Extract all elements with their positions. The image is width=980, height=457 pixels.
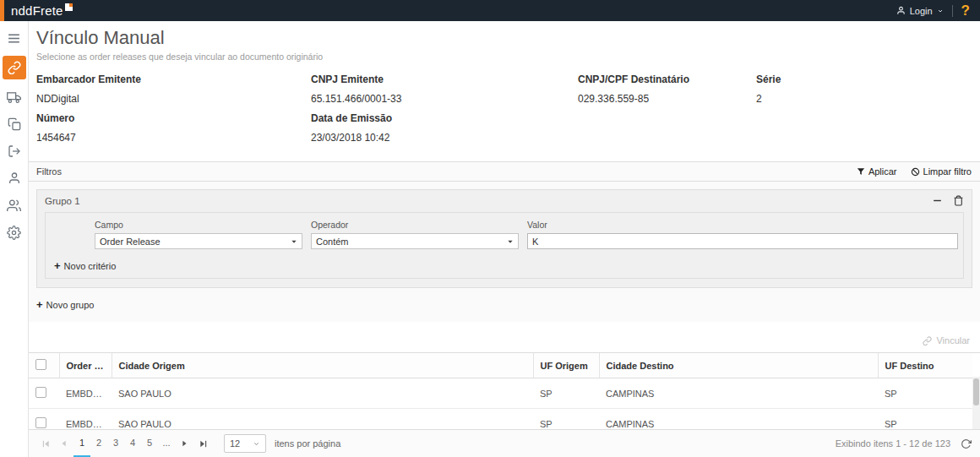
refresh-icon[interactable]: [961, 438, 972, 449]
cell-uf-destino: SP: [878, 409, 972, 430]
previous-page-button[interactable]: [55, 430, 74, 457]
last-page-button[interactable]: [193, 430, 212, 457]
page-title: Vínculo Manual: [36, 27, 972, 49]
app-logo: nddFrete: [11, 2, 73, 20]
plus-icon: +: [54, 260, 61, 271]
cell-order-release: EMBDEV.K...: [59, 409, 112, 430]
info-value-embarcador: NDDigital: [36, 93, 308, 105]
ban-icon: [911, 167, 920, 177]
page-button-5[interactable]: 5: [141, 430, 158, 457]
collapse-group-icon[interactable]: [932, 195, 943, 206]
topbar: nddFrete Login ?: [0, 0, 980, 21]
page-size-select[interactable]: 12: [224, 434, 266, 453]
info-value-serie: 2: [756, 93, 968, 105]
chevron-down-icon: [253, 440, 260, 448]
info-label-embarcador: Embarcador Emitente: [36, 73, 308, 85]
page-button-3[interactable]: 3: [107, 430, 124, 457]
cell-uf-origem: SP: [533, 378, 599, 409]
valor-input[interactable]: [527, 233, 958, 249]
scrollbar-thumb[interactable]: [973, 378, 979, 405]
info-value-cnpj-emitente: 65.151.466/0001-33: [311, 93, 574, 105]
row-checkbox[interactable]: [35, 387, 46, 398]
new-criterion-button[interactable]: + Novo critério: [54, 260, 958, 271]
select-arrow-icon: [291, 238, 297, 245]
table-row[interactable]: EMBDEV.K... SAO PAULO SP CAMPINAS SP: [29, 409, 972, 430]
info-label-numero: Número: [36, 112, 308, 124]
next-page-button[interactable]: [175, 430, 193, 457]
sidebar: [0, 21, 29, 457]
page-button-2[interactable]: 2: [90, 430, 107, 457]
info-value-data-emissao: 23/03/2018 10:42: [311, 132, 574, 144]
sidebar-item-vinculo-manual[interactable]: [3, 56, 26, 79]
page-subtitle: Selecione as order releases que deseja v…: [36, 52, 972, 62]
new-group-button[interactable]: + Novo grupo: [36, 299, 972, 310]
cell-cidade-origem: SAO PAULO: [112, 378, 533, 409]
cell-order-release: EMBDEV.K...: [59, 378, 112, 409]
col-header-order-release[interactable]: Order Rel...: [59, 353, 112, 378]
row-checkbox[interactable]: [35, 417, 46, 428]
select-all-checkbox[interactable]: [35, 359, 46, 370]
info-label-serie: Série: [756, 73, 968, 85]
sidebar-item-export-icon[interactable]: [3, 142, 26, 160]
vertical-scrollbar[interactable]: [972, 377, 980, 429]
page-button-1[interactable]: 1: [74, 430, 90, 457]
col-header-uf-destino[interactable]: UF Destino: [878, 353, 972, 378]
clear-filter-button[interactable]: Limpar filtro: [911, 166, 972, 177]
group-title: Grupo 1: [45, 196, 80, 206]
criteria-panel: Campo Order Release Operador C: [45, 212, 964, 279]
col-header-cidade-destino[interactable]: Cidade Destino: [599, 353, 878, 378]
operador-label: Operador: [311, 220, 519, 230]
order-release-grid: Order Rel... Cidade Origem UF Origem Cid…: [29, 352, 980, 429]
pager: 1 2 3 4 5 ... 12 itens por página Exibin…: [29, 429, 980, 457]
sidebar-item-documents-icon[interactable]: [3, 115, 26, 133]
valor-label: Valor: [527, 220, 958, 230]
document-info: Embarcador Emitente NDDigital Número 145…: [29, 62, 980, 161]
link-icon: [923, 336, 932, 345]
vincular-button[interactable]: Vincular: [936, 335, 970, 345]
help-button[interactable]: ?: [961, 3, 970, 18]
select-arrow-icon: [507, 238, 514, 245]
col-header-uf-origem[interactable]: UF Origem: [533, 353, 599, 378]
filters-header: Filtros Aplicar Limpar filtro: [29, 161, 980, 182]
funnel-icon: [857, 167, 865, 176]
pager-info: Exibindo itens 1 - 12 de 123: [836, 438, 950, 449]
login-label: Login: [910, 6, 933, 16]
cell-uf-destino: SP: [878, 378, 972, 409]
table-row[interactable]: EMBDEV.K... SAO PAULO SP CAMPINAS SP: [29, 378, 972, 409]
app-logo-text: nddFrete: [11, 2, 63, 20]
cell-uf-origem: SP: [533, 409, 599, 430]
sidebar-item-truck-icon[interactable]: [3, 88, 26, 106]
topbar-divider: [952, 5, 953, 17]
brand-accent-bar: [0, 0, 4, 21]
more-pages-button[interactable]: ...: [158, 430, 175, 457]
campo-label: Campo: [95, 220, 302, 230]
login-menu[interactable]: Login: [896, 6, 944, 16]
info-label-cnpj-destinatario: CNPJ/CPF Destinatário: [578, 73, 753, 85]
info-value-cnpj-destinatario: 029.336.559-85: [578, 93, 753, 105]
sidebar-item-users-icon[interactable]: [3, 196, 26, 215]
cell-cidade-origem: SAO PAULO: [112, 409, 533, 430]
filters-title: Filtros: [36, 166, 62, 177]
grid-header-row: Order Rel... Cidade Origem UF Origem Cid…: [29, 353, 972, 378]
filter-group: Grupo 1 Campo: [36, 189, 972, 288]
plus-icon: +: [36, 299, 43, 310]
page-button-4[interactable]: 4: [124, 430, 141, 457]
user-icon: [896, 6, 906, 15]
col-header-cidade-origem[interactable]: Cidade Origem: [112, 353, 533, 378]
info-value-numero: 1454647: [36, 132, 308, 144]
filters-body: Grupo 1 Campo: [29, 182, 980, 322]
apply-filter-button[interactable]: Aplicar: [857, 166, 897, 177]
brand-flag-icon: [65, 3, 73, 11]
operador-select[interactable]: Contém: [311, 233, 519, 249]
cell-cidade-destino: CAMPINAS: [599, 409, 878, 430]
sidebar-item-user-icon[interactable]: [3, 169, 26, 188]
menu-toggle-icon[interactable]: [3, 29, 26, 47]
campo-select[interactable]: Order Release: [95, 233, 302, 249]
page-size-label: itens por página: [275, 438, 340, 449]
first-page-button[interactable]: [36, 430, 55, 457]
chevron-down-icon: [937, 8, 944, 14]
delete-group-icon[interactable]: [953, 195, 964, 206]
sidebar-item-settings-icon[interactable]: [3, 223, 26, 242]
cell-cidade-destino: CAMPINAS: [599, 378, 878, 409]
info-label-cnpj-emitente: CNPJ Emitente: [311, 73, 574, 85]
